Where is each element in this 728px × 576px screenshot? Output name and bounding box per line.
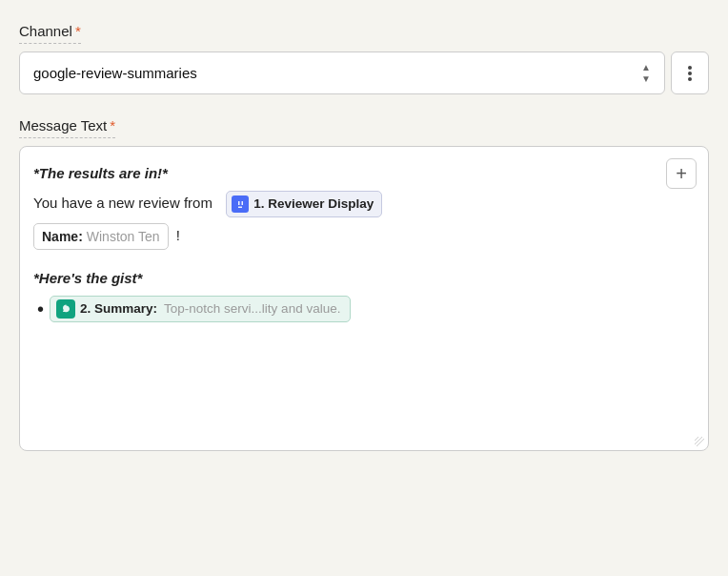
reviewer-display-token: 1. Reviewer Display — [226, 191, 382, 217]
channel-more-button[interactable] — [671, 51, 709, 94]
channel-label-text: Channel — [19, 23, 72, 39]
reviewer-label: Reviewer Display — [268, 196, 374, 211]
results-heading: *The results are in!* — [33, 165, 168, 181]
reviewer-token-icon — [232, 195, 249, 213]
resize-handle[interactable] — [695, 437, 704, 446]
line2-prefix: You have a new review from — [33, 195, 212, 211]
summary-token: 2. Summary: Top-notch servi...lity and v… — [50, 296, 351, 322]
message-line-2: You have a new review from 1. Reviewer D… — [33, 191, 695, 217]
name-value: Winston Ten — [87, 226, 160, 247]
summary-key: Summary: — [94, 301, 157, 316]
message-label: Message Text* — [19, 117, 115, 138]
channel-arrows-icon: ▲ ▼ — [641, 62, 651, 84]
channel-section: Channel* google-review-summaries ▲ ▼ — [19, 23, 709, 94]
message-line-3: Name: Winston Ten ! — [33, 223, 695, 250]
channel-row: google-review-summaries ▲ ▼ — [19, 51, 709, 94]
chatgpt-svg — [60, 302, 72, 315]
name-key: Name: — [42, 226, 83, 247]
message-line-1: *The results are in!* — [33, 162, 695, 185]
channel-required-star: * — [75, 23, 81, 39]
chatgpt-icon — [56, 299, 75, 319]
reviewer-number: 1. — [253, 196, 264, 211]
summary-value: Top-notch servi...lity and value. — [164, 301, 340, 316]
channel-value: google-review-summaries — [33, 65, 197, 81]
dot-3 — [688, 77, 692, 81]
message-section: Message Text* + *The results are in!* Yo… — [19, 117, 709, 451]
message-gist-section: *Here's the gist* • 2. Summary: Top-notc… — [33, 267, 695, 322]
channel-label: Channel* — [19, 23, 81, 44]
summary-label-text: 2. Summary: — [80, 301, 157, 316]
message-required-star: * — [110, 117, 115, 134]
gist-heading: *Here's the gist* — [33, 270, 142, 286]
slack-svg — [234, 198, 246, 210]
add-button-label: + — [676, 163, 687, 185]
message-add-button[interactable]: + — [666, 158, 697, 189]
summary-bullet-row: • 2. Summary: Top-notch servi...lity and… — [37, 296, 695, 322]
bullet-symbol: • — [37, 299, 44, 319]
gist-heading-line: *Here's the gist* — [33, 267, 695, 290]
channel-select[interactable]: google-review-summaries ▲ ▼ — [19, 51, 665, 94]
summary-number: 2. — [80, 301, 91, 316]
dot-2 — [688, 72, 692, 75]
svg-rect-0 — [234, 198, 246, 210]
dot-1 — [688, 66, 692, 70]
name-chip: Name: Winston Ten — [33, 223, 169, 250]
message-label-text: Message Text — [19, 117, 107, 134]
message-box[interactable]: + *The results are in!* You have a new r… — [19, 146, 709, 451]
name-suffix: ! — [176, 227, 180, 243]
